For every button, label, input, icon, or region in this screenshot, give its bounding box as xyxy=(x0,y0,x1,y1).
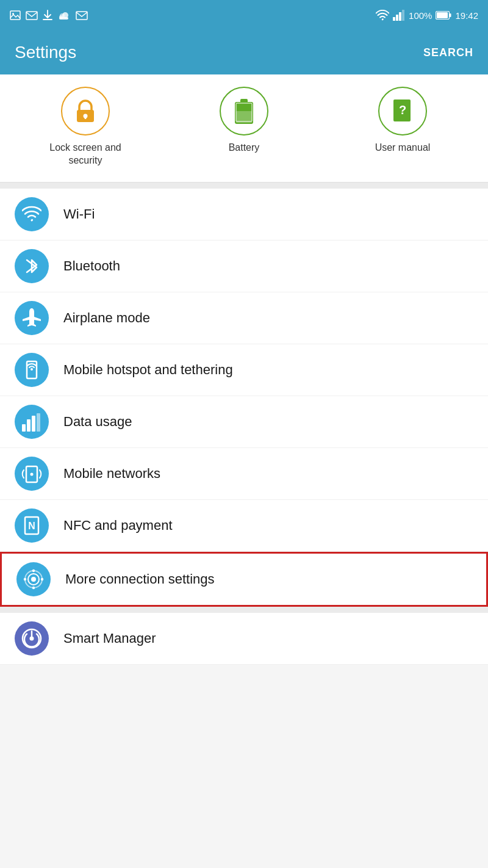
user-manual-item[interactable]: ? User manual xyxy=(354,87,451,154)
mail-icon xyxy=(76,11,88,20)
mobile-networks-item[interactable]: Mobile networks xyxy=(0,448,488,500)
data-usage-item[interactable]: Data usage xyxy=(0,396,488,448)
svg-point-39 xyxy=(24,577,26,580)
section-divider-2 xyxy=(0,607,488,613)
svg-rect-20 xyxy=(236,111,252,123)
user-manual-label: User manual xyxy=(375,142,431,154)
nfc-item[interactable]: N NFC and payment xyxy=(0,500,488,552)
wifi-icon-circle xyxy=(15,197,49,231)
smart-manager-icon xyxy=(21,627,43,649)
hotspot-icon xyxy=(21,359,43,381)
mobile-networks-label: Mobile networks xyxy=(63,466,160,482)
wifi-icon xyxy=(22,206,41,223)
more-connection-label: More connection settings xyxy=(65,571,215,587)
nfc-icon-circle: N xyxy=(15,508,49,543)
svg-rect-19 xyxy=(240,99,248,103)
smart-manager-label: Smart Manager xyxy=(63,631,156,646)
lock-screen-item[interactable]: Lock screen andsecurity xyxy=(37,87,134,167)
svg-rect-10 xyxy=(399,12,401,21)
data-usage-label: Data usage xyxy=(63,414,132,430)
data-usage-icon xyxy=(21,411,43,433)
smart-manager-section: Smart Manager xyxy=(0,613,488,665)
svg-rect-28 xyxy=(32,416,35,432)
airplane-icon xyxy=(21,307,43,329)
manual-icon: ? xyxy=(391,98,414,124)
status-bar-left-icons xyxy=(10,10,88,21)
lock-icon xyxy=(74,99,97,123)
svg-rect-6 xyxy=(59,17,68,20)
battery-label: Battery xyxy=(229,142,260,154)
svg-rect-13 xyxy=(437,12,448,18)
bluetooth-label: Bluetooth xyxy=(63,258,120,274)
top-icons-row: Lock screen andsecurity Battery ? User m… xyxy=(0,74,488,183)
download-icon xyxy=(43,10,52,21)
app-header: Settings SEARCH xyxy=(0,31,488,74)
nfc-icon: N xyxy=(21,515,43,537)
svg-rect-0 xyxy=(10,11,20,20)
bluetooth-icon xyxy=(23,255,40,277)
svg-rect-8 xyxy=(393,17,395,21)
section-divider xyxy=(0,183,488,189)
lock-screen-label: Lock screen andsecurity xyxy=(49,142,121,167)
more-connection-icon-circle xyxy=(16,562,51,596)
airplane-item[interactable]: Airplane mode xyxy=(0,292,488,344)
svg-point-25 xyxy=(30,368,33,371)
airplane-label: Airplane mode xyxy=(63,310,150,326)
search-button[interactable]: SEARCH xyxy=(423,46,473,59)
signal-bars-icon xyxy=(393,10,405,21)
svg-text:N: N xyxy=(28,521,35,531)
user-manual-icon-circle: ? xyxy=(378,87,427,136)
svg-rect-14 xyxy=(450,13,451,17)
svg-rect-9 xyxy=(396,15,398,21)
status-bar-right: 100% 19:42 xyxy=(376,10,478,21)
wifi-item[interactable]: Wi-Fi xyxy=(0,189,488,241)
hotspot-label: Mobile hotspot and tethering xyxy=(63,362,233,378)
svg-point-37 xyxy=(32,569,35,571)
hotspot-icon-circle xyxy=(15,353,49,387)
svg-rect-11 xyxy=(402,10,404,21)
svg-text:?: ? xyxy=(399,103,406,117)
svg-point-34 xyxy=(31,577,36,582)
nfc-label: NFC and payment xyxy=(63,518,173,533)
page-title: Settings xyxy=(15,43,76,62)
bluetooth-item[interactable]: Bluetooth xyxy=(0,241,488,292)
hotspot-item[interactable]: Mobile hotspot and tethering xyxy=(0,344,488,396)
bluetooth-icon-circle xyxy=(15,249,49,283)
battery-settings-icon xyxy=(233,98,255,125)
smart-manager-item[interactable]: Smart Manager xyxy=(0,613,488,665)
mobile-networks-icon-circle xyxy=(15,457,49,491)
svg-rect-7 xyxy=(76,12,87,20)
data-usage-icon-circle xyxy=(15,405,49,439)
svg-point-31 xyxy=(30,472,34,476)
mobile-networks-icon xyxy=(21,463,43,485)
more-connection-item[interactable]: More connection settings xyxy=(0,552,488,607)
picture-icon xyxy=(10,10,21,20)
svg-rect-17 xyxy=(85,116,87,119)
battery-percent: 100% xyxy=(409,10,432,21)
battery-item[interactable]: Battery xyxy=(195,87,293,154)
battery-icon xyxy=(436,11,451,20)
svg-rect-29 xyxy=(37,413,40,432)
airplane-icon-circle xyxy=(15,301,49,335)
svg-rect-27 xyxy=(27,419,30,432)
signal-wifi-icon xyxy=(376,10,389,21)
lock-screen-icon-circle xyxy=(61,87,110,136)
weather-icon xyxy=(57,10,71,20)
svg-point-40 xyxy=(41,577,43,580)
time-display: 19:42 xyxy=(455,10,478,21)
status-bar: 100% 19:42 xyxy=(0,0,488,31)
email-icon xyxy=(26,11,38,20)
svg-point-42 xyxy=(30,636,34,640)
svg-rect-26 xyxy=(22,424,26,432)
more-connection-icon xyxy=(23,568,45,590)
svg-rect-2 xyxy=(26,12,37,20)
battery-icon-circle xyxy=(220,87,268,136)
settings-list: Wi-Fi Bluetooth Airplane mode xyxy=(0,189,488,607)
wifi-label: Wi-Fi xyxy=(63,206,95,222)
smart-manager-icon-circle xyxy=(15,621,49,656)
svg-point-38 xyxy=(32,586,35,588)
